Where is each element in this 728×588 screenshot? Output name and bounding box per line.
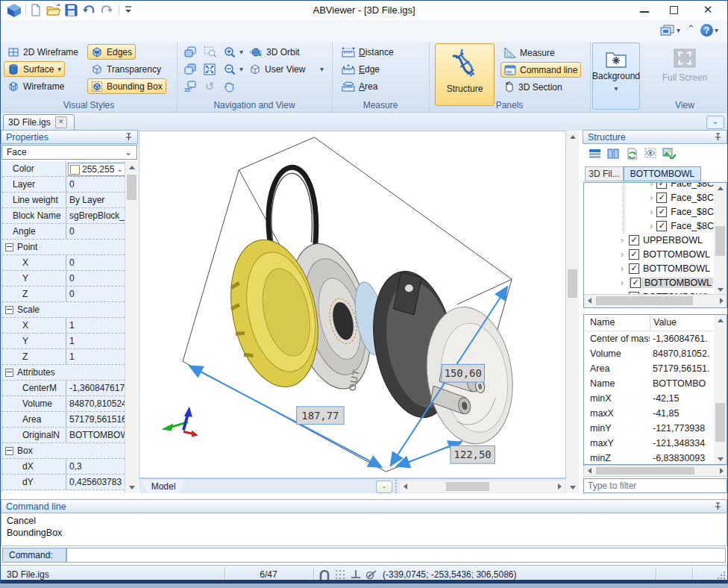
viewport-horizontal-scrollbar[interactable] <box>400 481 565 492</box>
scroll-down-button[interactable] <box>714 284 727 295</box>
property-value[interactable]: 1 <box>66 334 125 348</box>
property-row[interactable]: Z1 <box>2 349 125 365</box>
property-value[interactable]: 57179,5615163 <box>66 412 125 427</box>
structure-filter-input[interactable] <box>583 478 727 493</box>
checkbox[interactable]: ✓ <box>656 182 667 189</box>
property-row[interactable]: dX0,3 <box>2 459 125 475</box>
structure-header[interactable]: Structure <box>583 130 727 144</box>
scroll-down-button[interactable] <box>125 481 138 493</box>
table-row[interactable]: minY-121,773938 <box>584 421 727 436</box>
customize-toolbar-button[interactable] <box>125 5 132 16</box>
tree-vertical-scrollbar[interactable] <box>714 183 727 295</box>
property-row[interactable]: Line weightBy Layer <box>2 193 125 208</box>
background-button[interactable]: Background ▾ <box>592 43 640 110</box>
structure-show-selected-button[interactable] <box>641 146 659 161</box>
scroll-thumb[interactable] <box>596 296 693 305</box>
table-row[interactable]: Volume84870,81052. <box>584 346 727 361</box>
command-history[interactable]: Cancel BoundingBox <box>1 513 727 546</box>
open-file-button[interactable] <box>46 4 61 19</box>
surface-button[interactable]: Surface ▾ <box>4 61 65 77</box>
command-line-panel-button[interactable]: Command line <box>501 62 581 78</box>
user-view-dropdown[interactable]: ▾ <box>320 66 324 73</box>
tree-item[interactable]: ›✓UPPERBOWL <box>584 233 714 247</box>
orbit-3d-button[interactable]: 3D Orbit <box>245 44 304 60</box>
property-group-row[interactable]: Attributes <box>2 365 125 381</box>
tree-item[interactable]: ›✓Face_$8CB <box>584 219 714 233</box>
checkbox[interactable]: ✓ <box>629 249 639 260</box>
checkbox[interactable]: ✓ <box>629 263 639 274</box>
table-horizontal-scrollbar[interactable] <box>583 465 727 477</box>
properties-type-selector[interactable]: Face ⌄ <box>1 145 137 160</box>
scroll-thumb[interactable] <box>568 269 577 298</box>
checkbox[interactable]: ✓ <box>630 278 641 288</box>
property-value[interactable]: 0 <box>66 271 125 286</box>
chevron-right-icon[interactable]: › <box>650 221 653 231</box>
copy-view-button[interactable] <box>181 44 199 60</box>
scroll-thumb[interactable] <box>715 226 725 256</box>
property-row[interactable]: CenterM-1,36084761759 <box>2 381 125 396</box>
table-vertical-scrollbar[interactable] <box>714 315 727 464</box>
property-value[interactable]: By Layer <box>66 193 125 207</box>
save-button[interactable] <box>65 4 78 19</box>
new-file-button[interactable] <box>30 4 42 19</box>
scroll-thumb[interactable] <box>127 175 136 200</box>
property-value[interactable]: 84870,81052441 <box>66 396 125 411</box>
command-line-header[interactable]: Command line <box>1 499 727 513</box>
table-row[interactable]: Area57179,56151. <box>584 361 727 376</box>
color-dropdown[interactable]: 255,255 ⌄ <box>68 163 125 176</box>
scroll-up-button[interactable] <box>125 161 138 173</box>
scroll-down-button[interactable] <box>566 481 579 493</box>
layouts-menu-button[interactable]: ⌄ <box>376 481 392 493</box>
property-value[interactable]: 0 <box>66 224 125 239</box>
property-row-color[interactable]: Color 255,255 ⌄ <box>2 161 125 177</box>
chevron-right-icon[interactable]: › <box>619 249 625 259</box>
pin-icon[interactable] <box>714 133 722 141</box>
2d-wireframe-button[interactable]: 2D Wireframe <box>4 44 82 60</box>
tree-item[interactable]: ›✓Face_$8C7 <box>584 190 714 204</box>
panel-collapse-button[interactable]: ⌄ <box>706 116 724 129</box>
document-tab-close-button[interactable]: ✕ <box>55 116 67 128</box>
property-row[interactable]: Y0 <box>2 271 125 287</box>
scroll-right-button[interactable] <box>554 481 565 492</box>
wireframe-button[interactable]: Wireframe <box>4 78 68 94</box>
scroll-up-button[interactable] <box>714 183 727 193</box>
section-3d-panel-button[interactable]: 3D Section <box>501 79 566 95</box>
zoom-out-button[interactable]: ▾ <box>220 61 247 77</box>
measure-area-button[interactable]: Area <box>338 78 381 94</box>
properties-scrollbar[interactable] <box>125 161 138 493</box>
property-value[interactable]: 0,425603783 <box>66 475 125 490</box>
help-button[interactable]: ? ▾ <box>700 24 718 37</box>
measure-panel-button[interactable]: Measure <box>501 45 559 60</box>
structure-tab-part[interactable]: BOTTOMBOWL <box>624 166 701 181</box>
property-row[interactable]: X0 <box>2 255 125 271</box>
property-row[interactable]: dY0,425603783 <box>2 475 125 490</box>
pin-icon[interactable] <box>125 133 133 141</box>
scroll-thumb[interactable] <box>715 403 725 442</box>
full-screen-button[interactable]: Full Screen <box>659 43 711 96</box>
transparency-button[interactable]: Transparency <box>87 61 165 77</box>
property-value[interactable]: 1 <box>66 318 125 333</box>
property-group-row[interactable]: Box <box>2 443 125 459</box>
scroll-up-button[interactable] <box>566 131 579 143</box>
zoom-window-button[interactable] <box>201 44 219 60</box>
property-row[interactable]: Area57179,5615163 <box>2 412 125 428</box>
previous-view-button[interactable]: ↺ <box>201 78 219 94</box>
redo-button[interactable] <box>99 4 113 19</box>
model-tab[interactable]: Model <box>142 480 185 493</box>
minimize-ribbon-button[interactable]: ⌃ <box>687 23 695 34</box>
undo-button[interactable] <box>82 4 96 19</box>
scroll-left-button[interactable] <box>584 295 594 307</box>
checkbox[interactable]: ✓ <box>656 193 667 203</box>
chevron-right-icon[interactable]: › <box>619 278 625 287</box>
table-row[interactable]: NameBOTTOMBO <box>584 376 727 391</box>
column-header-name[interactable]: Name <box>584 315 650 331</box>
pin-icon[interactable] <box>714 502 722 510</box>
structure-list-view-button[interactable] <box>586 146 603 161</box>
scroll-left-button[interactable] <box>584 466 594 476</box>
scroll-up-button[interactable] <box>714 315 727 325</box>
viewport-vertical-scrollbar[interactable] <box>566 131 579 493</box>
maximize-button[interactable] <box>662 1 687 18</box>
close-button[interactable]: ✕ <box>693 1 723 18</box>
checkbox[interactable]: ✓ <box>629 235 639 245</box>
properties-header[interactable]: Properties <box>1 130 138 144</box>
